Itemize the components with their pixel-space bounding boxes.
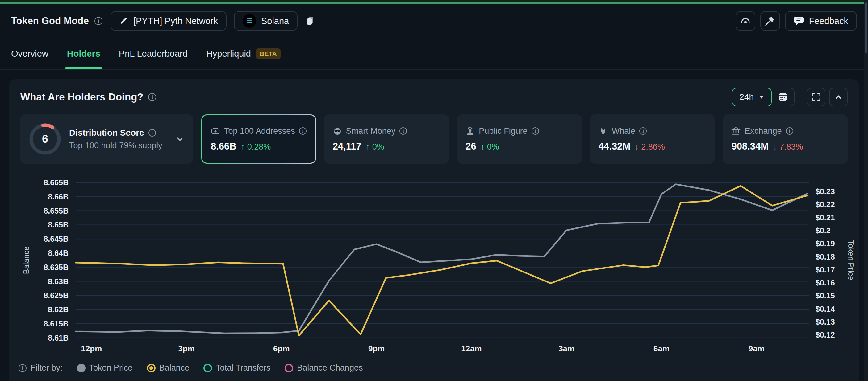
stat-card-exchange[interactable]: Exchange 908.34M ↓ 7.83% [723,114,848,164]
stat-card-smart-money[interactable]: Smart Money 24,117 ↑ 0% [324,114,449,164]
tab-pnl-leaderboard[interactable]: PnL Leaderboard [119,38,188,69]
legend-prefix-label: Filter by: [31,363,63,373]
stat-change: ↑ 0% [480,142,499,152]
tab-label: Holders [67,49,100,59]
right-axis-title: Token Price [847,240,855,280]
tab-overview[interactable]: Overview [11,38,49,69]
watchlist-button[interactable] [736,11,755,31]
panel-info-icon[interactable] [148,93,156,101]
top-accent-strip [0,0,868,4]
whale-icon [598,127,608,136]
tab-holders[interactable]: Holders [67,38,100,69]
stat-info-icon[interactable] [399,127,407,135]
distribution-score-card[interactable]: 6 Distribution Score Top 100 hold 79% su… [20,114,193,164]
public-figure-icon [465,127,475,136]
exchange-bank-icon [731,127,741,136]
panel-header: What Are Holders Doing? 24h [20,88,848,106]
holder-stats-row: 6 Distribution Score Top 100 hold 79% su… [20,114,848,164]
left-axis-tick: 8.665B [43,178,68,187]
copy-icon [305,16,315,26]
pin-button[interactable] [760,11,780,31]
holders-chart-container: 8.665B8.66B8.655B8.65B8.645B8.64B8.635B8… [9,168,859,359]
timeframe-dropdown[interactable]: 24h [732,88,772,106]
fullscreen-icon [811,92,822,102]
right-axis-tick: $0.15 [815,291,835,300]
right-axis-tick: $0.17 [815,266,835,274]
distribution-score-subtitle: Top 100 hold 79% supply [69,141,162,150]
token-price-marker-icon [77,364,86,372]
stat-card-top100-addresses[interactable]: Top 100 Addresses 8.66B ↑ 0.28% [202,115,315,163]
filter-label: Balance Changes [297,363,363,373]
right-axis-tick: $0.14 [815,305,835,313]
scrollbar-thumb[interactable] [865,2,867,53]
chain-label: Solana [261,16,289,26]
calendar-icon [777,92,788,103]
legend-info-icon[interactable] [19,364,27,372]
chevron-up-icon [834,93,843,102]
distribution-score-label: Distribution Score [69,128,144,138]
collapse-button[interactable] [829,88,848,106]
timeframe-value: 24h [739,92,754,102]
left-axis-tick: 8.635B [43,263,68,272]
fullscreen-button[interactable] [807,88,826,106]
stat-card-top100-selected-border: Top 100 Addresses 8.66B ↑ 0.28% [201,114,316,164]
holders-activity-panel: What Are Holders Doing? 24h [9,79,859,381]
distribution-score-gauge: 6 [29,123,61,155]
timeframe-group: 24h [732,88,795,106]
stat-card-public-figure[interactable]: Public Figure 26 ↑ 0% [457,114,582,164]
distribution-info-icon[interactable] [149,129,156,137]
stat-value: 44.32M [598,141,630,152]
filter-balance[interactable]: Balance [147,363,189,373]
stat-label: Exchange [745,127,781,136]
filter-balance-changes[interactable]: Balance Changes [285,363,363,373]
header: Token God Mode [PYTH] Pyth Network Solan… [0,4,868,38]
filter-label: Token Price [89,363,133,373]
stat-change: ↑ 0.28% [241,142,271,152]
filter-token-price[interactable]: Token Price [77,363,133,373]
left-axis-tick: 8.64B [48,249,68,257]
total-transfers-marker-icon [204,364,212,372]
feedback-label: Feedback [809,16,848,26]
tab-label: Overview [11,49,49,59]
right-axis-tick: $0.19 [815,239,835,248]
page-title: Token God Mode [11,15,89,27]
feedback-button[interactable]: Feedback [785,11,857,31]
stat-label: Smart Money [346,127,396,136]
copy-address-button[interactable] [305,16,315,26]
left-axis-tick: 8.615B [43,319,68,328]
stat-value: 24,117 [333,141,362,152]
left-axis-tick: 8.655B [43,207,68,215]
smart-money-icon [333,127,342,136]
chain-select-button[interactable]: Solana [234,11,298,31]
stat-label: Whale [612,127,636,136]
x-axis-tick: 12pm [81,344,102,353]
tab-hyperliquid[interactable]: Hyperliquid BETA [206,38,281,69]
stat-card-whale[interactable]: Whale 44.32M ↓ 2.86% [590,114,715,164]
x-axis-tick: 6am [653,344,670,353]
holders-balance-price-chart[interactable]: 8.665B8.66B8.655B8.65B8.645B8.64B8.635B8… [9,168,859,359]
stat-value: 908.34M [731,141,769,152]
title-info-icon[interactable] [94,17,102,25]
stat-info-icon[interactable] [639,127,647,135]
stat-info-icon[interactable] [531,127,539,135]
left-axis-tick: 8.645B [43,235,68,243]
left-axis-title: Balance [22,246,31,274]
left-axis-tick: 8.63B [48,277,68,286]
distribution-score-info: Distribution Score Top 100 hold 79% supp… [69,128,162,150]
stat-info-icon[interactable] [299,127,307,135]
stat-value: 8.66B [211,141,237,152]
right-axis-tick: $0.21 [815,213,835,222]
x-axis-tick: 6pm [273,344,289,353]
beta-badge: BETA [256,48,281,59]
page-scrollbar[interactable] [864,0,868,381]
token-select-button[interactable]: [PYTH] Pyth Network [111,11,226,31]
chevron-down-icon[interactable] [175,134,185,144]
watch-eye-icon [740,16,751,26]
filter-label: Balance [159,363,189,373]
stat-change: ↑ 0% [366,142,384,152]
filter-total-transfers[interactable]: Total Transfers [204,363,270,373]
stat-info-icon[interactable] [786,127,793,135]
chart-filter-legend: Filter by: Token Price Balance Total Tra… [19,363,859,373]
cash-icon [211,127,220,136]
left-axis-tick: 8.62B [48,305,68,314]
